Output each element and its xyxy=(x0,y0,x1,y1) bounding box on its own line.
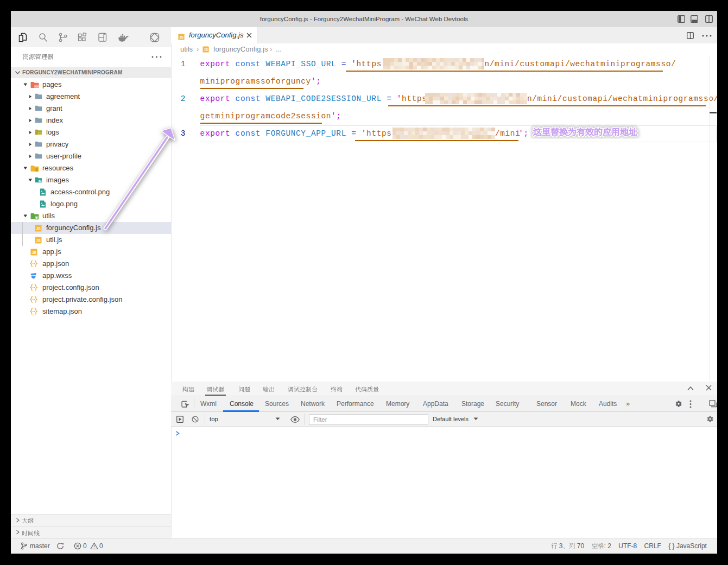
svg-text:JS: JS xyxy=(36,227,41,231)
svg-text:JS: JS xyxy=(204,48,208,52)
svg-text:JS: JS xyxy=(31,251,36,255)
svg-text:<>: <> xyxy=(35,85,38,87)
svg-text:JS: JS xyxy=(179,35,184,39)
svg-text:JS: JS xyxy=(36,239,41,243)
